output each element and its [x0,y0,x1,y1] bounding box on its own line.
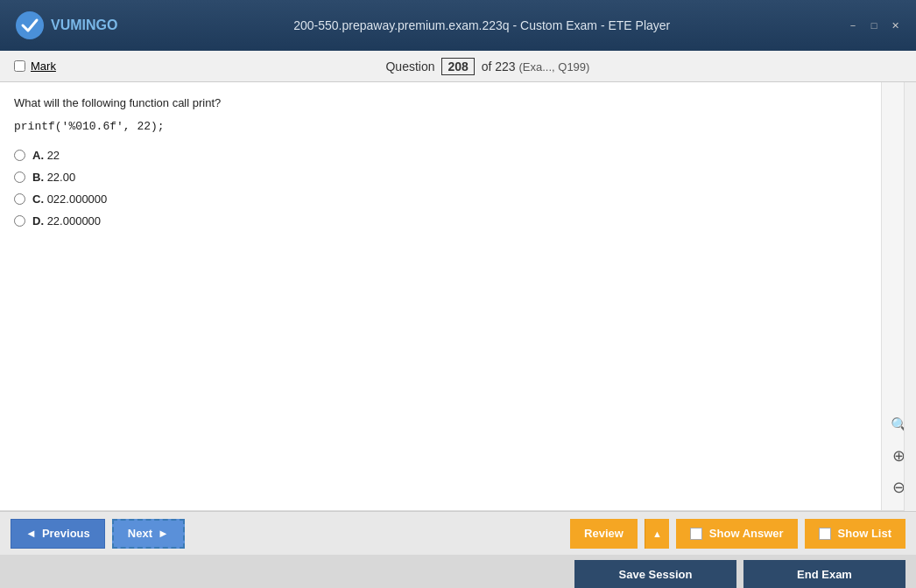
window-controls: − □ ✕ [846,18,902,32]
question-label: Question [385,60,434,74]
question-text: What will the following function call pr… [14,96,867,109]
window-title: 200-550.prepaway.premium.exam.223q - Cus… [117,18,846,32]
review-label: Review [584,527,624,540]
save-session-button[interactable]: Save Session [574,560,736,588]
show-answer-checkbox [690,528,702,540]
answer-option-b[interactable]: B. 22.00 [14,171,867,184]
main-content: What will the following function call pr… [0,82,916,511]
show-answer-label: Show Answer [709,527,784,540]
answer-label-b[interactable]: B. 22.00 [32,171,75,184]
mark-checkbox-input[interactable] [14,60,25,72]
titlebar: VUMINGO 200-550.prepaway.premium.exam.22… [0,0,916,51]
answer-option-d[interactable]: D. 22.000000 [14,214,867,228]
question-number-box: 208 [441,58,474,75]
mark-checkbox[interactable]: Mark [14,60,56,73]
review-arrow-icon: ▲ [652,528,662,539]
question-header: Mark Question 208 of 223 (Exa..., Q199) [0,51,916,82]
question-number-area: Question 208 of 223 (Exa..., Q199) [74,58,902,75]
answer-label-d[interactable]: D. 22.000000 [32,214,101,228]
previous-button[interactable]: ◄ Previous [11,519,105,549]
bottom-toolbar: ◄ Previous Next ► Review ▲ Show Answer S… [0,511,916,555]
end-exam-label: End Exam [797,568,852,581]
show-list-label: Show List [838,527,891,540]
radio-c[interactable] [14,193,25,205]
radio-b[interactable] [14,172,25,183]
bottom-action-bar: Save Session End Exam [0,555,916,588]
show-answer-button[interactable]: Show Answer [676,519,798,549]
svg-point-0 [16,11,44,39]
question-area: What will the following function call pr… [0,82,881,510]
answer-option-a[interactable]: A. 22 [14,149,867,162]
question-meta: (Exa..., Q199) [518,60,589,74]
next-arrow-icon: ► [158,527,169,540]
brand-name: VUMINGO [51,18,117,33]
prev-arrow-icon: ◄ [25,527,37,540]
maximize-button[interactable]: □ [867,18,881,32]
minimize-button[interactable]: − [846,18,860,32]
radio-a[interactable] [14,150,25,161]
answer-label-c[interactable]: C. 022.000000 [32,192,107,206]
save-session-label: Save Session [619,568,693,581]
mark-label: Mark [31,60,56,73]
app-logo: VUMINGO [14,10,117,41]
question-total: of 223 [482,60,516,74]
answer-label-a[interactable]: A. 22 [32,149,60,162]
close-button[interactable]: ✕ [888,18,902,32]
scrollbar[interactable] [904,82,916,511]
answer-option-c[interactable]: C. 022.000000 [14,192,867,206]
show-list-checkbox [819,528,831,540]
next-label: Next [128,527,152,540]
review-button[interactable]: Review [570,519,638,549]
review-arrow-button[interactable]: ▲ [645,519,669,549]
previous-label: Previous [42,527,90,540]
end-exam-button[interactable]: End Exam [743,560,905,588]
show-list-button[interactable]: Show List [805,519,905,549]
code-text: printf('%010.6f', 22); [14,120,867,133]
radio-d[interactable] [14,215,25,227]
next-button[interactable]: Next ► [112,519,185,549]
